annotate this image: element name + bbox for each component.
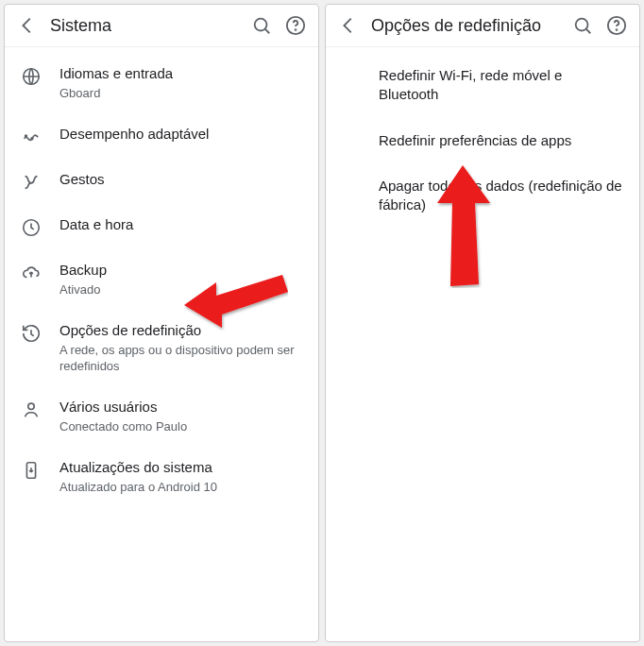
page-title-system: Sistema <box>50 16 239 36</box>
row-subtitle: A rede, os apps ou o dispositivo podem s… <box>59 342 303 375</box>
system-list: Idiomas e entrada Gboard Desempenho adap… <box>5 47 318 641</box>
back-icon[interactable] <box>337 14 360 37</box>
row-system-updates[interactable]: Atualizações do sistema Atualizado para … <box>5 447 318 507</box>
row-datetime[interactable]: Data e hora <box>5 204 318 249</box>
svg-point-4 <box>25 135 27 137</box>
appbar-system: Sistema <box>5 5 318 47</box>
row-subtitle: Conectado como Paulo <box>59 418 303 435</box>
page-title-reset: Opções de redefinição <box>371 16 560 36</box>
help-icon[interactable] <box>284 14 307 37</box>
gesture-icon <box>20 172 42 193</box>
restore-icon <box>20 323 42 344</box>
row-texts: Desempenho adaptável <box>59 125 303 144</box>
screen-system: Sistema Idiomas e entrada Gboard Desempe… <box>4 4 319 642</box>
row-reset-app-prefs[interactable]: Redefinir preferências de apps <box>326 118 639 163</box>
search-icon[interactable] <box>250 14 273 37</box>
row-title: Atualizações do sistema <box>59 458 303 477</box>
row-gestures[interactable]: Gestos <box>5 159 318 204</box>
help-icon[interactable] <box>605 14 628 37</box>
adaptive-icon <box>20 127 42 147</box>
row-title: Opções de redefinição <box>59 321 303 340</box>
svg-point-7 <box>28 403 34 409</box>
row-backup[interactable]: Backup Ativado <box>5 249 318 310</box>
reset-list: Redefinir Wi-Fi, rede móvel e Bluetooth … <box>326 47 639 641</box>
row-subtitle: Gboard <box>59 85 303 102</box>
screen-reset-options: Opções de redefinição Redefinir Wi-Fi, r… <box>325 4 640 642</box>
globe-icon <box>20 66 42 87</box>
row-title: Idiomas e entrada <box>59 64 303 83</box>
appbar-reset: Opções de redefinição <box>326 5 639 47</box>
row-subtitle: Ativado <box>59 281 303 298</box>
search-icon[interactable] <box>571 14 594 37</box>
svg-point-10 <box>576 19 588 31</box>
row-title: Vários usuários <box>59 398 303 416</box>
system-update-icon <box>20 460 42 481</box>
row-texts: Gestos <box>59 170 303 189</box>
row-title: Gestos <box>59 170 303 189</box>
row-title: Backup <box>59 261 303 280</box>
person-icon <box>20 400 42 420</box>
row-texts: Atualizações do sistema Atualizado para … <box>59 458 303 496</box>
svg-point-0 <box>255 19 267 31</box>
svg-point-5 <box>31 138 33 140</box>
clock-icon <box>20 217 42 238</box>
cloud-icon <box>20 263 42 283</box>
row-adaptive[interactable]: Desempenho adaptável <box>5 113 318 159</box>
row-texts: Vários usuários Conectado como Paulo <box>59 398 303 435</box>
svg-point-2 <box>296 29 297 30</box>
row-users[interactable]: Vários usuários Conectado como Paulo <box>5 386 318 447</box>
row-texts: Idiomas e entrada Gboard <box>59 64 303 102</box>
row-title: Desempenho adaptável <box>59 125 303 144</box>
row-factory-reset[interactable]: Apagar todos os dados (redefinição de fá… <box>326 163 639 229</box>
row-subtitle: Atualizado para o Android 10 <box>59 479 303 496</box>
svg-point-12 <box>617 29 618 30</box>
row-reset-network[interactable]: Redefinir Wi-Fi, rede móvel e Bluetooth <box>326 53 639 118</box>
back-icon[interactable] <box>16 14 39 37</box>
row-languages[interactable]: Idiomas e entrada Gboard <box>5 53 318 113</box>
row-title: Data e hora <box>59 215 303 234</box>
row-texts: Backup Ativado <box>59 261 303 298</box>
row-reset-options[interactable]: Opções de redefinição A rede, os apps ou… <box>5 310 318 386</box>
row-texts: Data e hora <box>59 215 303 234</box>
row-texts: Opções de redefinição A rede, os apps ou… <box>59 321 303 375</box>
